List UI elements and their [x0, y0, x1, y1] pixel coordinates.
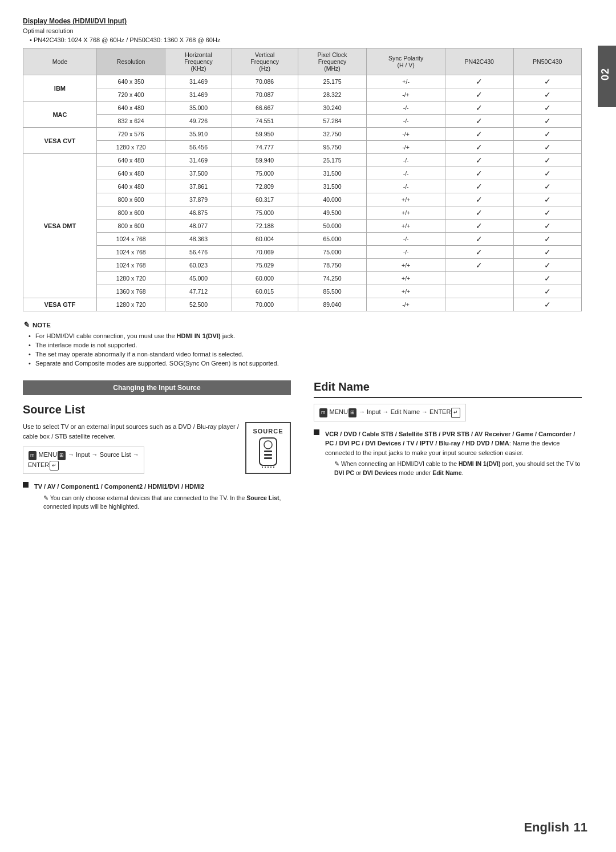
table-row: 1280 x 720 56.456 74.777 95.750 -/+ ✓ ✓ — [23, 141, 582, 154]
bullet-square-icon2 — [314, 429, 319, 435]
table-row: 832 x 624 49.726 74.551 57.284 -/- ✓ ✓ — [23, 115, 582, 128]
mode-ibm: IBM — [23, 75, 97, 102]
lower-section: Changing the Input Source Source List SO… — [23, 380, 582, 516]
source-list-content: SOURCE Use to select TV or an extern — [23, 422, 291, 482]
menu-symbol: m — [29, 451, 37, 460]
chapter-title: Connections — [591, 54, 599, 99]
source-icon — [254, 437, 282, 468]
page-num: 11 — [574, 820, 587, 834]
table-row: 800 x 600 48.077 72.188 50.000 +/+ ✓ ✓ — [23, 220, 582, 233]
table-row: VESA DMT 640 x 480 31.469 59.940 25.175 … — [23, 154, 582, 167]
table-row: IBM 640 x 350 31.469 70.086 25.175 +/- ✓… — [23, 75, 582, 88]
note-section: ✎ NOTE For HDMI/DVI cable connection, yo… — [23, 320, 582, 367]
resolution-note: PN42C430: 1024 X 768 @ 60Hz / PN50C430: … — [23, 36, 582, 43]
table-row: 640 x 480 37.500 75.000 31.500 -/- ✓ ✓ — [23, 167, 582, 180]
edit-name-note1: When connecting an HDMI/DVI cable to the… — [325, 460, 582, 478]
resolution: 640 x 350 — [96, 75, 165, 88]
page-number: English 11 — [524, 820, 587, 835]
note-item-1: For HDMI/DVI cable connection, you must … — [29, 332, 582, 339]
table-row: VESA GTF 1280 x 720 52.500 70.000 89.040… — [23, 298, 582, 311]
source-list-title: Source List — [23, 403, 291, 416]
changing-input-bar: Changing the Input Source — [23, 380, 291, 395]
table-row: 1024 x 768 48.363 60.004 65.000 -/- ✓ ✓ — [23, 233, 582, 246]
source-note1: You can only choose external devices tha… — [34, 494, 291, 512]
table-row: 1360 x 768 47.712 60.015 85.500 +/+ ✓ — [23, 285, 582, 298]
col-pn42: PN42C430 — [445, 48, 513, 75]
source-label: SOURCE — [252, 428, 284, 435]
bullet1-text: TV / AV / Component1 / Component2 / HDMI… — [34, 483, 204, 490]
note-item-2: The interlace mode is not supported. — [29, 342, 582, 348]
mode-vesa-gtf: VESA GTF — [23, 298, 97, 311]
table-row: 720 x 400 31.469 70.087 28.322 -/+ ✓ ✓ — [23, 88, 582, 102]
col-mode: Mode — [23, 48, 97, 75]
mode-vesa-dmt: VESA DMT — [23, 154, 97, 298]
table-row: VESA CVT 720 x 576 35.910 59.950 32.750 … — [23, 128, 582, 141]
col-vfreq: VerticalFrequency(Hz) — [232, 48, 298, 75]
bullet-square-icon — [23, 482, 29, 488]
table-row: 1024 x 768 60.023 75.029 78.750 +/+ ✓ ✓ — [23, 259, 582, 272]
side-tab: 02 Connections — [598, 46, 616, 107]
page-language: English — [524, 820, 569, 834]
display-modes-section: Display Modes (HDMI/DVI Input) Optimal r… — [23, 17, 582, 311]
table-row: 640 x 480 37.861 72.809 31.500 -/- ✓ ✓ — [23, 180, 582, 193]
enter-icon: ↵ — [50, 461, 59, 471]
left-column: Changing the Input Source Source List SO… — [23, 380, 291, 516]
note-icon: ✎ — [23, 320, 29, 329]
optimal-resolution-label: Optimal resolution — [23, 27, 582, 34]
table-row: 800 x 600 37.879 60.317 40.000 +/+ ✓ ✓ — [23, 193, 582, 206]
col-hfreq: HorizontalFrequency(KHz) — [165, 48, 232, 75]
edit-name-title: Edit Name — [314, 380, 582, 398]
table-row: 1280 x 720 45.000 60.000 74.250 +/+ ✓ — [23, 272, 582, 285]
menu-instruction-edit: m MENU⊞ → Input → Edit Name → ENTER↵ — [314, 404, 466, 421]
mode-mac: MAC — [23, 102, 97, 128]
table-row: 1024 x 768 56.476 70.069 75.000 -/- ✓ ✓ — [23, 246, 582, 259]
menu-icon-edit: m — [319, 408, 327, 417]
svg-rect-4 — [264, 457, 272, 459]
note-label: NOTE — [33, 322, 51, 328]
col-resolution: Resolution — [96, 48, 165, 75]
table-row: MAC 640 x 480 35.000 66.667 30.240 -/- ✓… — [23, 102, 582, 115]
note-item-3: The set may operate abnormally if a non-… — [29, 351, 582, 358]
note-list: For HDMI/DVI cable connection, you must … — [23, 332, 582, 367]
source-box: SOURCE — [245, 422, 291, 474]
col-pn50: PN50C430 — [513, 48, 582, 75]
enter-icon-edit: ↵ — [451, 408, 460, 418]
chapter-number: 02 — [599, 68, 611, 80]
display-modes-table: Mode Resolution HorizontalFrequency(KHz)… — [23, 48, 582, 311]
right-column: Edit Name m MENU⊞ → Input → Edit Name → … — [314, 380, 582, 516]
edit-name-bullet1: VCR / DVD / Cable STB / Satellite STB / … — [314, 429, 582, 478]
display-modes-title: Display Modes (HDMI/DVI Input) — [23, 17, 582, 25]
col-sync: Sync Polarity(H / V) — [367, 48, 445, 75]
menu-grid-icon: ⊞ — [58, 451, 66, 460]
mode-vesa-cvt: VESA CVT — [23, 128, 97, 154]
svg-rect-2 — [264, 451, 272, 452]
note-header: ✎ NOTE — [23, 320, 582, 329]
source-list-bullet1: TV / AV / Component1 / Component2 / HDMI… — [23, 482, 291, 512]
note-item-4: Separate and Composite modes are support… — [29, 360, 582, 367]
edit-name-text: VCR / DVD / Cable STB / Satellite STB / … — [325, 431, 575, 456]
svg-point-1 — [264, 441, 272, 449]
svg-rect-3 — [264, 454, 272, 456]
menu-instruction-source: m MENU⊞ → Input → Source List → ENTER↵ — [23, 447, 144, 474]
menu-icon-source: m MENU⊞ → Input → Source List → ENTER↵ — [28, 451, 139, 468]
col-pixel: Pixel ClockFrequency(MHz) — [298, 48, 366, 75]
menu-grid-icon-edit: ⊞ — [348, 408, 356, 417]
table-row: 800 x 600 46.875 75.000 49.500 +/+ ✓ ✓ — [23, 206, 582, 220]
